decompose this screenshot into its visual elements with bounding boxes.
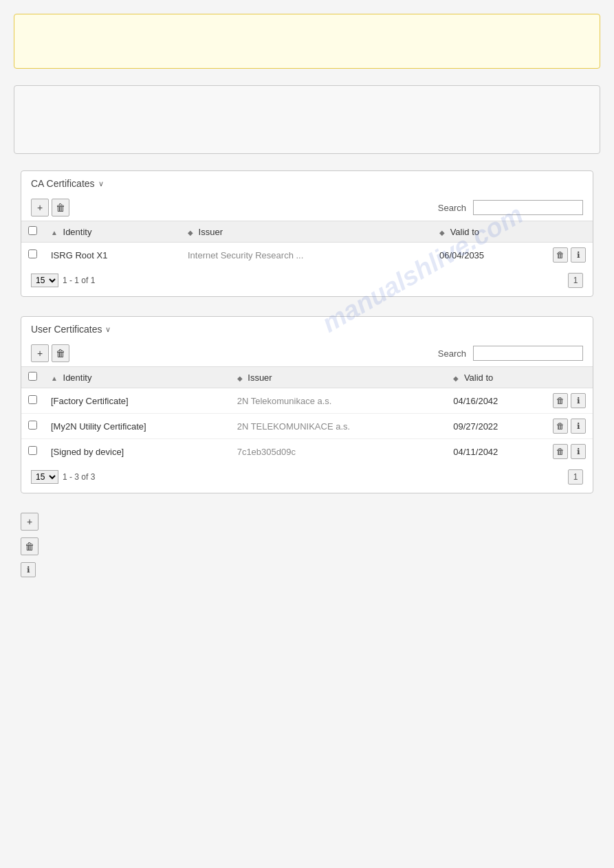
ca-row-checkbox-cell <box>21 243 44 268</box>
user-row-identity: [My2N Utility Certificate] <box>44 414 230 439</box>
user-row-actions: 🗑 ℹ <box>546 414 593 439</box>
ca-range-text: 1 - 1 of 1 <box>63 276 95 285</box>
ca-select-all-checkbox[interactable] <box>28 226 37 235</box>
user-col-valid-to: ◆ Valid to <box>446 367 546 388</box>
user-col-actions <box>546 367 593 388</box>
user-certificates-header[interactable]: User Certificates ∨ <box>21 317 593 340</box>
user-table-header-row: ▲ Identity ◆ Issuer ◆ Valid to <box>21 367 593 388</box>
ca-row-actions: 🗑 ℹ <box>546 243 593 268</box>
legend-delete-button[interactable]: 🗑 <box>21 537 39 555</box>
ca-per-page-select[interactable]: 15 25 50 <box>31 274 58 287</box>
user-row-info-icon[interactable]: ℹ <box>571 444 586 459</box>
user-identity-sort-icon: ▲ <box>51 375 58 382</box>
legend-add-button[interactable]: + <box>21 513 39 531</box>
ca-certificates-section: CA Certificates ∨ + 🗑 Search ▲ Identity <box>21 170 593 297</box>
user-certificates-section: User Certificates ∨ + 🗑 Search ▲ Identit… <box>21 316 593 493</box>
user-row-issuer: 7c1eb305d09c <box>230 439 447 465</box>
user-row-identity: [Factory Certificate] <box>44 388 230 414</box>
ca-table-header-row: ▲ Identity ◆ Issuer ◆ Valid to <box>21 221 593 243</box>
legend-info-icon[interactable]: ℹ <box>21 562 36 577</box>
user-row-checkbox-cell <box>21 388 44 414</box>
user-per-page-select[interactable]: 15 25 50 <box>31 470 58 484</box>
ca-add-button[interactable]: + <box>31 199 49 216</box>
ca-col-valid-to: ◆ Valid to <box>432 221 546 243</box>
user-select-all-checkbox[interactable] <box>28 372 37 381</box>
user-col-identity: ▲ Identity <box>44 367 230 388</box>
user-row-info-icon[interactable]: ℹ <box>571 393 586 408</box>
legend-add-item: + <box>21 513 593 531</box>
user-certificates-table: ▲ Identity ◆ Issuer ◆ Valid to <box>21 366 593 464</box>
user-search-label: Search <box>438 348 466 359</box>
ca-certificates-table: ▲ Identity ◆ Issuer ◆ Valid to <box>21 221 593 267</box>
user-row-delete-icon[interactable]: 🗑 <box>553 393 568 408</box>
user-row-delete-icon[interactable]: 🗑 <box>553 444 568 459</box>
ca-issuer-sort-icon: ◆ <box>188 229 193 236</box>
ca-search-input[interactable] <box>473 200 583 215</box>
ca-certificates-toolbar: + 🗑 Search <box>21 194 593 221</box>
user-add-button[interactable]: + <box>31 344 49 362</box>
ca-col-issuer: ◆ Issuer <box>181 221 432 243</box>
user-certificates-chevron: ∨ <box>105 325 111 334</box>
user-row-checkbox-cell <box>21 439 44 465</box>
ca-row-delete-icon[interactable]: 🗑 <box>553 247 568 263</box>
user-validto-sort-icon: ◆ <box>453 375 459 382</box>
user-table-row: [Signed by device] 7c1eb305d09c 04/11/20… <box>21 439 593 465</box>
ca-validto-sort-icon: ◆ <box>439 229 445 236</box>
legend-delete-item: 🗑 <box>21 537 593 555</box>
user-table-row: [Factory Certificate] 2N Telekomunikace … <box>21 388 593 414</box>
user-select-all-cell <box>21 367 44 388</box>
ca-certificates-title: CA Certificates <box>31 178 95 189</box>
user-row-issuer: 2N TELEKOMUNIKACE a.s. <box>230 414 447 439</box>
user-row-valid-to: 09/27/2022 <box>446 414 546 439</box>
user-row-info-icon[interactable]: ℹ <box>571 419 586 434</box>
ca-col-actions <box>546 221 593 243</box>
ca-select-all-cell <box>21 221 44 243</box>
user-row-identity: [Signed by device] <box>44 439 230 465</box>
ca-delete-icon: 🗑 <box>56 202 65 213</box>
user-row-checkbox-1[interactable] <box>28 421 37 430</box>
user-row-delete-icon[interactable]: 🗑 <box>553 419 568 434</box>
user-range-text: 1 - 3 of 3 <box>63 472 95 482</box>
user-issuer-sort-icon: ◆ <box>237 375 243 382</box>
ca-table-row: ISRG Root X1 Internet Security Research … <box>21 243 593 268</box>
user-row-actions: 🗑 ℹ <box>546 439 593 465</box>
ca-certificates-chevron: ∨ <box>98 179 104 188</box>
user-search-input[interactable] <box>473 346 583 361</box>
ca-row-checkbox-0[interactable] <box>28 249 37 258</box>
user-row-checkbox-2[interactable] <box>28 446 37 455</box>
user-row-checkbox-0[interactable] <box>28 395 37 404</box>
ca-col-identity: ▲ Identity <box>44 221 181 243</box>
user-row-actions: 🗑 ℹ <box>546 388 593 414</box>
ca-row-info-icon[interactable]: ℹ <box>571 247 586 263</box>
user-certificates-title: User Certificates <box>31 324 102 335</box>
user-row-issuer: 2N Telekomunikace a.s. <box>230 388 447 414</box>
ca-identity-sort-icon: ▲ <box>51 229 58 236</box>
ca-delete-button[interactable]: 🗑 <box>52 199 69 216</box>
user-page-button[interactable]: 1 <box>568 469 583 485</box>
ca-row-issuer: Internet Security Research ... <box>181 243 432 268</box>
user-delete-button[interactable]: 🗑 <box>52 344 69 362</box>
user-col-issuer: ◆ Issuer <box>230 367 447 388</box>
user-certificates-toolbar: + 🗑 Search <box>21 340 593 366</box>
user-table-row: [My2N Utility Certificate] 2N TELEKOMUNI… <box>21 414 593 439</box>
ca-search-label: Search <box>438 203 466 213</box>
user-row-valid-to: 04/11/2042 <box>446 439 546 465</box>
yellow-notice-box <box>14 14 600 69</box>
ca-row-valid-to: 06/04/2035 <box>432 243 546 268</box>
legend-section: + 🗑 ℹ <box>21 513 593 577</box>
user-delete-icon: 🗑 <box>56 348 65 359</box>
ca-row-identity: ISRG Root X1 <box>44 243 181 268</box>
legend-info-item: ℹ <box>21 562 593 577</box>
user-row-checkbox-cell <box>21 414 44 439</box>
ca-page-button[interactable]: 1 <box>568 273 583 288</box>
ca-certificates-header[interactable]: CA Certificates ∨ <box>21 171 593 194</box>
ca-pagination: 15 25 50 1 - 1 of 1 1 <box>21 267 593 288</box>
user-pagination: 15 25 50 1 - 3 of 3 1 <box>21 464 593 485</box>
user-row-valid-to: 04/16/2042 <box>446 388 546 414</box>
gray-info-box <box>14 85 600 154</box>
